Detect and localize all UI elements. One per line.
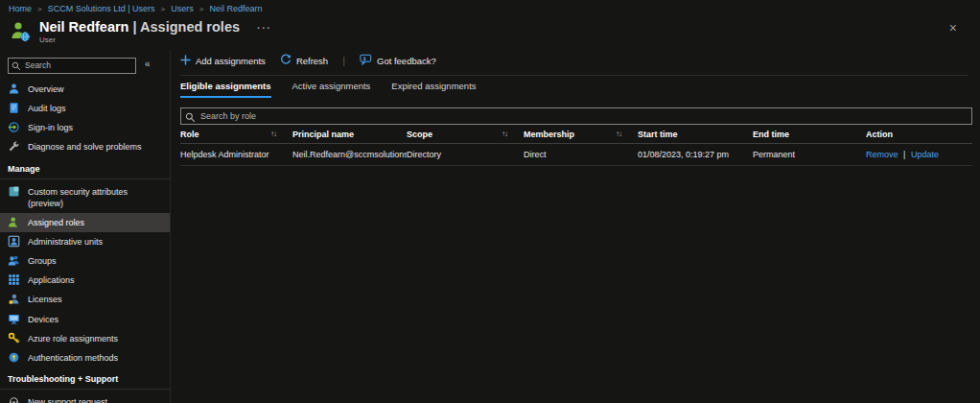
add-assignments-button[interactable]: Add assignments xyxy=(180,55,266,67)
column-header-principal-name[interactable]: Principal name xyxy=(292,130,407,139)
cell-principal-name: Neil.Redfearn@sccmsolutions.... xyxy=(292,150,407,159)
column-header-role[interactable]: Role ↑↓ xyxy=(180,130,292,139)
sidebar-item-label: Overview xyxy=(28,83,64,95)
search-by-role-input[interactable] xyxy=(180,107,972,125)
sidebar-item-overview[interactable]: Overview xyxy=(0,80,170,99)
auth-methods-icon xyxy=(8,351,20,364)
sidebar-item-label: Azure role assignments xyxy=(28,333,118,344)
table-header-row: Role ↑↓ Principal name Scope ↑↓ Membersh… xyxy=(180,125,972,144)
sidebar-item-applications[interactable]: Applications xyxy=(0,271,170,290)
page-header: Neil Redfearn | Assigned roles ··· User … xyxy=(0,17,980,50)
breadcrumb-link-home[interactable]: Home xyxy=(9,4,32,13)
sidebar-item-label: Groups xyxy=(28,255,57,267)
cell-end-time: Permanent xyxy=(753,150,866,159)
more-options-button[interactable]: ··· xyxy=(257,22,272,34)
column-header-end-time[interactable]: End time xyxy=(753,130,866,139)
sidebar-item-label: Devices xyxy=(28,314,58,325)
page-title-user: Neil Redfearn xyxy=(39,19,128,35)
sidebar-item-diagnose[interactable]: Diagnose and solve problems xyxy=(0,137,170,156)
column-header-start-time[interactable]: Start time xyxy=(638,130,753,139)
document-icon xyxy=(8,102,20,114)
sidebar: « Overview Audit logs Sign-in logs Di xyxy=(0,50,171,403)
column-header-scope[interactable]: Scope ↑↓ xyxy=(407,130,524,139)
sort-icon[interactable]: ↑↓ xyxy=(270,130,276,138)
column-header-membership[interactable]: Membership ↑↓ xyxy=(524,130,638,139)
headset-icon xyxy=(8,395,20,403)
plus-icon xyxy=(180,55,191,67)
breadcrumb-link-user[interactable]: Neil Redfearn xyxy=(209,4,262,13)
person-icon xyxy=(8,83,20,95)
cell-role: Helpdesk Administrator xyxy=(180,150,292,159)
refresh-button[interactable]: Refresh xyxy=(280,54,328,67)
cell-scope: Directory xyxy=(407,150,524,159)
breadcrumb-separator: > xyxy=(161,5,166,13)
sort-icon[interactable]: ↑↓ xyxy=(616,130,621,138)
tab-eligible-assignments[interactable]: Eligible assignments xyxy=(180,81,271,98)
column-label: Principal name xyxy=(292,130,354,139)
sidebar-section-header-manage: Manage xyxy=(0,157,170,178)
sidebar-item-label: Assigned roles xyxy=(28,217,84,228)
divider xyxy=(0,389,170,390)
main-content: Add assignments Refresh | Got feedback? … xyxy=(172,50,980,403)
sidebar-item-new-support-request[interactable]: New support request xyxy=(0,392,170,403)
sidebar-item-label: Sign-in logs xyxy=(28,122,73,133)
signin-arrow-icon xyxy=(8,121,20,133)
key-icon xyxy=(8,332,20,344)
breadcrumb-separator: > xyxy=(37,5,42,13)
sidebar-item-label: Applications xyxy=(28,274,75,286)
cell-membership: Direct xyxy=(524,150,638,159)
got-feedback-button[interactable]: Got feedback? xyxy=(360,54,436,67)
admin-units-icon xyxy=(8,235,20,248)
page-title-context: | Assigned roles xyxy=(133,19,241,35)
tab-expired-assignments[interactable]: Expired assignments xyxy=(391,81,476,98)
assignments-table: Role ↑↓ Principal name Scope ↑↓ Membersh… xyxy=(180,125,972,166)
sidebar-section-header-troubleshooting: Troubleshooting + Support xyxy=(0,367,170,389)
page-title: Neil Redfearn | Assigned roles ··· xyxy=(39,19,272,35)
wrench-icon xyxy=(8,140,20,153)
sidebar-item-groups[interactable]: Groups xyxy=(0,251,170,271)
sidebar-item-label: Diagnose and solve problems xyxy=(28,141,142,153)
collapse-sidebar-icon[interactable]: « xyxy=(145,59,151,69)
sidebar-item-audit-logs[interactable]: Audit logs xyxy=(0,99,170,118)
sidebar-item-custom-security-attributes[interactable]: Custom security attributes (preview) xyxy=(0,182,170,213)
update-link[interactable]: Update xyxy=(911,150,939,159)
sidebar-search-input[interactable] xyxy=(8,58,136,74)
column-label: Action xyxy=(866,130,893,139)
sidebar-item-label: Licenses xyxy=(28,294,62,305)
grid-icon xyxy=(8,273,20,286)
add-assignments-label: Add assignments xyxy=(196,56,266,66)
cell-start-time: 01/08/2023, 0:19:27 pm xyxy=(638,150,753,159)
close-icon[interactable]: × xyxy=(944,20,963,36)
monitor-icon xyxy=(8,313,20,325)
sidebar-item-administrative-units[interactable]: Administrative units xyxy=(0,232,170,251)
column-label: End time xyxy=(753,130,789,139)
sidebar-item-azure-role-assignments[interactable]: Azure role assignments xyxy=(0,329,170,348)
breadcrumb-link-tenant-users[interactable]: SCCM Solutions Ltd | Users xyxy=(48,4,155,13)
refresh-icon xyxy=(280,54,292,67)
action-separator: | xyxy=(903,150,905,159)
sidebar-item-signin-logs[interactable]: Sign-in logs xyxy=(0,118,170,137)
divider xyxy=(0,178,170,179)
feedback-icon xyxy=(360,54,372,67)
sidebar-item-authentication-methods[interactable]: Authentication methods xyxy=(0,348,170,367)
toolbar-divider: | xyxy=(342,55,345,66)
security-attributes-icon xyxy=(8,185,20,198)
page-subtitle: User xyxy=(39,36,272,44)
sidebar-item-devices[interactable]: Devices xyxy=(0,310,170,329)
user-person-icon xyxy=(10,20,33,43)
tab-active-assignments[interactable]: Active assignments xyxy=(292,81,371,98)
remove-link[interactable]: Remove xyxy=(866,150,898,159)
column-header-action: Action xyxy=(866,130,972,139)
divider xyxy=(180,75,968,76)
assignment-tabs: Eligible assignments Active assignments … xyxy=(180,81,477,98)
sidebar-item-licenses[interactable]: Licenses xyxy=(0,290,170,309)
sidebar-item-assigned-roles[interactable]: Assigned roles xyxy=(0,213,170,232)
sort-icon[interactable]: ↑↓ xyxy=(502,130,507,138)
sidebar-item-label: Authentication methods xyxy=(28,352,118,364)
sidebar-item-label: Custom security attributes (preview) xyxy=(28,186,162,209)
breadcrumb-link-users[interactable]: Users xyxy=(171,4,194,13)
sidebar-nav: Overview Audit logs Sign-in logs Diagnos… xyxy=(0,80,170,403)
sidebar-item-label: Audit logs xyxy=(28,103,66,114)
table-row[interactable]: Helpdesk Administrator Neil.Redfearn@scc… xyxy=(180,144,972,166)
command-bar: Add assignments Refresh | Got feedback? xyxy=(180,54,436,67)
